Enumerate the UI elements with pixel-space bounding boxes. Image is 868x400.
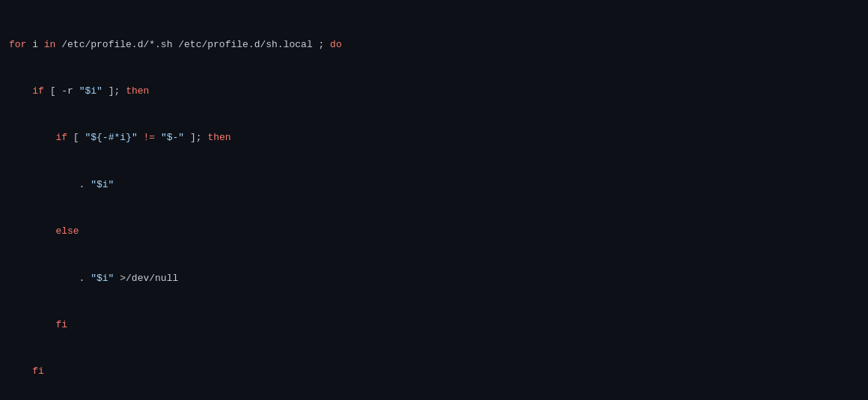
line-7: fi xyxy=(9,318,859,333)
code-editor: for i in /etc/profile.d/*.sh /etc/profil… xyxy=(0,0,868,400)
line-3: if [ "${-#*i}" != "$-" ]; then xyxy=(9,130,859,146)
line-2: if [ -r "$i" ]; then xyxy=(9,84,859,100)
line-6: . "$i" >/dev/null xyxy=(9,271,859,287)
line-1: for i in /etc/profile.d/*.sh /etc/profil… xyxy=(9,37,859,53)
line-4: . "$i" xyxy=(9,178,859,193)
line-8: fi xyxy=(9,364,859,380)
line-5: else xyxy=(9,224,859,240)
